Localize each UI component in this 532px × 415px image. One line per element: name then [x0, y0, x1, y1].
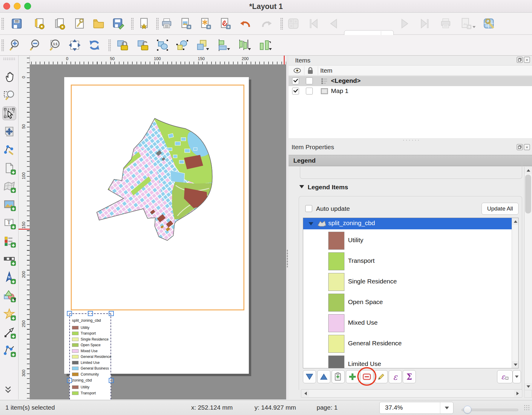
filter-expression-dropdown-button[interactable]	[513, 370, 521, 383]
float-panel-button[interactable]	[517, 144, 523, 150]
unlock-all-items-button[interactable]	[136, 38, 150, 52]
atlas-settings-button[interactable]	[286, 16, 301, 31]
scroll-down-button[interactable]	[512, 361, 519, 368]
scroll-down-button[interactable]	[525, 383, 532, 390]
legend-item-on-page[interactable]: split_zoning_cbdUtilityTransportSingle R…	[69, 313, 111, 399]
add-label-button[interactable]: T	[2, 216, 16, 230]
zoom-tool-button[interactable]	[2, 88, 16, 102]
atlas-previous-feature-button[interactable]	[327, 16, 341, 31]
print-layout-button[interactable]	[160, 16, 174, 31]
export-as-svg-button[interactable]	[198, 16, 213, 31]
expand-triangle-icon[interactable]	[309, 222, 313, 228]
zoom-slider-knob[interactable]	[464, 406, 471, 414]
toolbar-grip[interactable]	[3, 57, 15, 60]
add-node-item-button[interactable]	[2, 344, 16, 357]
export-as-image-button[interactable]	[179, 16, 193, 31]
layout-canvas[interactable]: split_zoning_cbdUtilityTransportSingle R…	[30, 65, 286, 399]
add-arrow-button[interactable]	[2, 325, 16, 339]
close-panel-button[interactable]: ×	[524, 57, 530, 63]
add-scalebar-button[interactable]	[2, 252, 16, 266]
add-items-from-template-button[interactable]	[137, 16, 151, 31]
zoom-full-button[interactable]	[68, 38, 82, 52]
atlas-last-feature-button[interactable]	[417, 16, 431, 31]
scroll-up-button[interactable]	[512, 218, 519, 225]
pan-layout-button[interactable]	[2, 70, 16, 84]
add-shape-button[interactable]	[2, 289, 16, 303]
add-map-button[interactable]	[2, 179, 16, 193]
atlas-next-feature-button[interactable]	[397, 16, 412, 31]
legend-tree-entry[interactable]: Mixed Use	[303, 314, 519, 335]
legend-items-tree[interactable]: split_zoning_cbd UtilityTransportSingle …	[303, 218, 519, 368]
edit-legend-item-button[interactable]	[375, 370, 388, 383]
item-lock-checkbox[interactable]	[306, 77, 313, 84]
add-picture-button[interactable]	[2, 198, 16, 211]
selection-handle[interactable]	[67, 311, 72, 316]
scroll-up-button[interactable]	[525, 167, 532, 174]
legend-items-section-header[interactable]: Legend Items	[299, 184, 348, 191]
group-items-button[interactable]	[155, 38, 170, 52]
selection-handle[interactable]	[109, 311, 114, 316]
add-page-button[interactable]	[2, 161, 16, 175]
chevron-down-icon[interactable]	[473, 26, 476, 30]
select-move-item-button[interactable]	[2, 106, 16, 120]
window-resize-grip[interactable]	[524, 405, 530, 411]
layer-row-selected[interactable]: split_zoning_cbd	[303, 218, 519, 229]
toolbar-grip[interactable]	[1, 39, 4, 51]
toolbar-grip[interactable]	[156, 18, 159, 30]
save-project-button[interactable]	[10, 16, 24, 31]
save-as-template-button[interactable]	[111, 16, 125, 31]
export-as-pdf-button[interactable]	[218, 16, 232, 31]
new-layout-button[interactable]	[32, 16, 47, 31]
add-legend-button[interactable]	[2, 234, 16, 248]
scrollbar-thumb[interactable]	[525, 175, 531, 213]
chevron-down-icon[interactable]	[13, 298, 16, 302]
open-template-folder-button[interactable]	[91, 16, 106, 31]
raise-selected-items-button[interactable]	[195, 38, 209, 52]
item-visibility-checkbox[interactable]	[292, 88, 299, 94]
toolbar-grip[interactable]	[131, 18, 134, 30]
move-item-content-button[interactable]	[2, 125, 16, 138]
chevron-down-icon[interactable]	[227, 48, 230, 52]
legend-tree-entry[interactable]: Utility	[303, 232, 519, 252]
layout-properties-button[interactable]	[72, 16, 87, 31]
items-row[interactable]: <Legend>	[289, 76, 532, 86]
toolbar-grip[interactable]	[280, 18, 283, 30]
add-marker-button[interactable]	[2, 307, 16, 321]
chevron-down-icon[interactable]	[206, 48, 209, 52]
align-selected-items-button[interactable]	[216, 38, 230, 52]
float-panel-button[interactable]	[517, 57, 523, 63]
count-features-button[interactable]: Σ	[403, 370, 416, 383]
filter-legend-by-expression-button[interactable]: ε	[497, 370, 513, 383]
close-panel-button[interactable]: ×	[524, 144, 530, 150]
add-legend-item-button[interactable]	[346, 370, 359, 383]
export-atlas-button[interactable]	[459, 16, 473, 31]
scroll-left-button[interactable]	[302, 390, 309, 397]
add-north-arrow-button[interactable]: N	[2, 271, 16, 284]
zoom-in-button[interactable]	[8, 38, 23, 52]
distribute-left-edges-button[interactable]	[237, 38, 251, 52]
toolbar-grip[interactable]	[1, 18, 4, 30]
properties-vertical-scrollbar[interactable]	[524, 167, 532, 390]
chevron-down-icon[interactable]	[248, 48, 251, 52]
selection-handle[interactable]	[109, 378, 114, 383]
redo-button[interactable]	[259, 16, 274, 31]
zoom-level-combo[interactable]: 37.4%	[379, 402, 453, 414]
symbol-expression-button[interactable]: ε	[389, 370, 402, 383]
properties-horizontal-scrollbar[interactable]	[301, 389, 522, 398]
legend-tree-entry[interactable]: Limited Use	[303, 356, 519, 368]
legend-tree-entry[interactable]: Open Space	[303, 294, 519, 314]
toolbar-grip[interactable]	[108, 39, 111, 51]
chevron-down-icon[interactable]	[269, 48, 272, 52]
legend-tree-entry[interactable]: Transport	[303, 252, 519, 273]
move-item-down-button[interactable]	[303, 370, 316, 383]
items-row[interactable]: Map 1	[289, 86, 532, 96]
toolbox-more-button[interactable]	[4, 386, 12, 395]
edit-nodes-item-button[interactable]	[2, 143, 16, 157]
refresh-view-button[interactable]	[87, 38, 102, 52]
selection-handle[interactable]	[67, 378, 72, 383]
item-visibility-checkbox[interactable]	[292, 77, 299, 84]
item-lock-checkbox[interactable]	[306, 88, 313, 94]
zoom-actual-size-button[interactable]: 1:1	[48, 38, 62, 52]
update-all-button[interactable]: Update All	[482, 203, 519, 215]
dock-splitter-grip[interactable]	[402, 139, 420, 142]
